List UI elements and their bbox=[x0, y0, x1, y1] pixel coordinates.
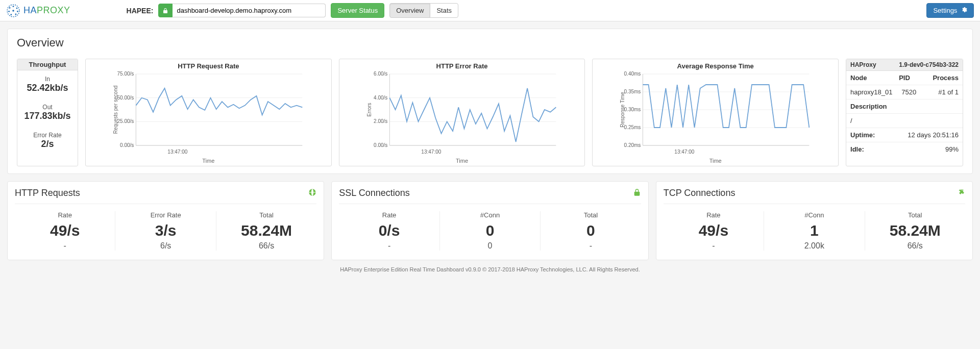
info-idle-value: 99% bbox=[904, 145, 959, 153]
throughput-header: Throughput bbox=[17, 59, 78, 70]
svg-text:4.00/s: 4.00/s bbox=[374, 95, 387, 101]
metric: Error Rate3/s6/s bbox=[115, 211, 216, 251]
svg-text:0.40ms: 0.40ms bbox=[624, 71, 641, 77]
info-node: haproxy18_01 bbox=[850, 88, 892, 96]
svg-point-5 bbox=[10, 14, 12, 15]
throughput-errrate-label: Error Rate bbox=[17, 132, 78, 139]
metric-sub: 66/s bbox=[868, 241, 962, 251]
svg-text:13:47:00: 13:47:00 bbox=[167, 149, 187, 155]
gear-icon bbox=[961, 7, 967, 14]
svg-point-2 bbox=[16, 7, 18, 9]
svg-text:Requests per second: Requests per second bbox=[113, 86, 118, 134]
chart-avg-response-time: Average Response Time 0.20ms0.25ms0.30ms… bbox=[592, 59, 839, 166]
metric-label: Rate bbox=[342, 211, 436, 219]
globe-icon bbox=[308, 188, 316, 198]
svg-point-6 bbox=[8, 11, 10, 12]
metric-sub: 6/s bbox=[118, 241, 212, 251]
tab-stats[interactable]: Stats bbox=[430, 3, 458, 18]
overview-title: Overview bbox=[17, 36, 963, 49]
info-name: HAProxy bbox=[850, 61, 876, 68]
metric-label: Total bbox=[544, 211, 638, 219]
metric: Rate49/s- bbox=[664, 211, 764, 251]
svg-text:0.00/s: 0.00/s bbox=[120, 142, 134, 148]
logo-text-strong: HA bbox=[23, 5, 37, 15]
metric-sub: 0 bbox=[443, 241, 537, 251]
info-col-node: Node bbox=[850, 74, 887, 82]
card-title: HTTP Requests bbox=[15, 188, 80, 198]
tab-overview[interactable]: Overview bbox=[389, 3, 430, 18]
chart-xlabel: Time bbox=[89, 158, 328, 164]
chart-http-error-rate: HTTP Error Rate 0.00/s2.00/s4.00/s6.00/s… bbox=[339, 59, 585, 166]
card-ssl-connections: SSL Connections Rate0/s-#Conn00Total0- bbox=[331, 181, 648, 260]
metric-label: Rate bbox=[667, 211, 761, 219]
metric-sub: - bbox=[667, 241, 761, 251]
metric-sub: - bbox=[18, 241, 112, 251]
throughput-in-label: In bbox=[17, 76, 78, 83]
metric: #Conn00 bbox=[440, 211, 541, 251]
card-http-requests: HTTP Requests Rate49/s-Error Rate3/s6/sT… bbox=[7, 181, 324, 260]
svg-text:2.00/s: 2.00/s bbox=[374, 118, 387, 124]
svg-text:0.35ms: 0.35ms bbox=[624, 89, 641, 94]
metric-label: #Conn bbox=[767, 211, 861, 219]
metric-value: 58.24M bbox=[868, 223, 962, 238]
metric-sub: 66/s bbox=[219, 241, 313, 251]
chart-title: HTTP Error Rate bbox=[342, 62, 582, 70]
metric: Total0- bbox=[541, 211, 641, 251]
svg-text:13:47:00: 13:47:00 bbox=[675, 149, 695, 155]
throughput-out-label: Out bbox=[17, 104, 78, 111]
metric-value: 58.24M bbox=[219, 223, 313, 238]
metric-label: Error Rate bbox=[118, 211, 212, 219]
metric-value: 1 bbox=[767, 223, 861, 238]
svg-point-3 bbox=[17, 11, 18, 12]
card-tcp-connections: TCP Connections Rate49/s-#Conn12.00kTota… bbox=[656, 181, 973, 260]
metric-label: Rate bbox=[18, 211, 112, 219]
svg-point-1 bbox=[13, 6, 14, 7]
metric-value: 0/s bbox=[342, 223, 436, 238]
info-pid: 7520 bbox=[892, 88, 925, 96]
settings-button[interactable]: Settings bbox=[926, 3, 974, 18]
info-desc-label: Description bbox=[850, 103, 959, 110]
info-col-pid: PID bbox=[887, 74, 923, 82]
svg-text:Response Time: Response Time bbox=[620, 92, 626, 128]
hapee-label: HAPEE: bbox=[127, 7, 154, 15]
metric-sub: - bbox=[342, 241, 436, 251]
throughput-box: Throughput In 52.42kb/s Out 177.83kb/s E… bbox=[17, 59, 78, 166]
chart-svg: 0.20ms0.25ms0.30ms0.35ms0.40msResponse T… bbox=[596, 71, 835, 158]
metric: Rate49/s- bbox=[15, 211, 115, 251]
metric-label: Total bbox=[219, 211, 313, 219]
logo[interactable]: HAPROXY bbox=[6, 4, 70, 18]
metric-sub: 2.00k bbox=[767, 241, 861, 251]
svg-text:75.00/s: 75.00/s bbox=[117, 71, 134, 77]
chart-xlabel: Time bbox=[596, 158, 835, 164]
overview-panel: Overview Throughput In 52.42kb/s Out 177… bbox=[7, 29, 973, 174]
logo-text-light: PROXY bbox=[37, 5, 70, 15]
metric-sub: - bbox=[544, 241, 638, 251]
svg-text:0.30ms: 0.30ms bbox=[624, 107, 641, 112]
svg-text:Errors: Errors bbox=[366, 103, 372, 116]
view-tabs: Overview Stats bbox=[389, 3, 458, 18]
metric-label: Total bbox=[868, 211, 962, 219]
lock-icon bbox=[633, 188, 641, 198]
haproxy-info-box: HAProxy 1.9-dev0-c754b3-322 Node PID Pro… bbox=[846, 59, 963, 166]
metric-label: #Conn bbox=[443, 211, 537, 219]
svg-text:6.00/s: 6.00/s bbox=[374, 71, 387, 77]
svg-point-4 bbox=[15, 13, 17, 15]
svg-text:0.20ms: 0.20ms bbox=[624, 142, 641, 148]
svg-text:0.25ms: 0.25ms bbox=[624, 124, 641, 130]
metric: Rate0/s- bbox=[339, 211, 439, 251]
server-status-button[interactable]: Server Status bbox=[331, 3, 384, 18]
info-desc-value: / bbox=[850, 117, 959, 124]
card-title: SSL Connections bbox=[339, 188, 409, 198]
throughput-in-value: 52.42kb/s bbox=[17, 83, 78, 98]
metric-value: 0 bbox=[544, 223, 638, 238]
svg-point-7 bbox=[9, 7, 11, 9]
metric-value: 49/s bbox=[667, 223, 761, 238]
throughput-out-value: 177.83kb/s bbox=[17, 111, 78, 127]
url-group bbox=[158, 4, 326, 17]
chart-svg: 0.00/s25.00/s50.00/s75.00/sRequests per … bbox=[89, 71, 328, 158]
metric-value: 0 bbox=[443, 223, 537, 238]
metric-value: 3/s bbox=[118, 223, 212, 238]
url-input[interactable] bbox=[173, 4, 326, 17]
chart-svg: 0.00/s2.00/s4.00/s6.00/sErrors13:47:00 bbox=[342, 71, 582, 158]
svg-text:50.00/s: 50.00/s bbox=[117, 95, 134, 101]
